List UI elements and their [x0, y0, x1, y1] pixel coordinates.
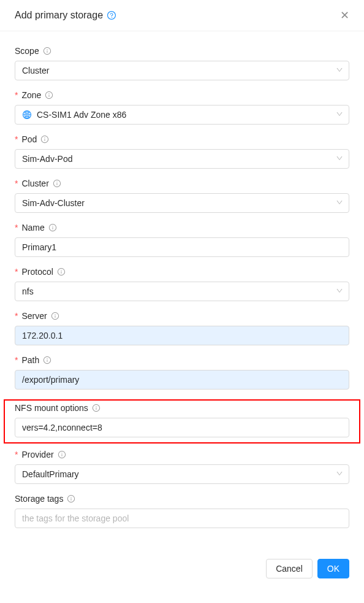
select-scope[interactable]: Cluster [15, 61, 349, 80]
info-icon[interactable] [45, 91, 53, 99]
field-zone: * Zone CS-SIM1 Adv Zone x86 [15, 90, 349, 125]
info-icon[interactable] [92, 404, 100, 412]
ok-button[interactable]: OK [317, 559, 349, 578]
input-name[interactable] [15, 237, 349, 257]
label-zone: * Zone [15, 90, 349, 100]
info-icon[interactable] [57, 267, 66, 276]
label-server: * Server [15, 311, 349, 321]
label-storage-tags: Storage tags [15, 494, 349, 504]
cancel-button[interactable]: Cancel [266, 559, 313, 578]
required-mark: * [15, 355, 18, 365]
label-provider: * Provider [15, 450, 349, 459]
close-button[interactable]: ✕ [340, 10, 349, 21]
info-icon[interactable] [53, 179, 61, 188]
modal-header: Add primary storage ✕ [0, 0, 364, 31]
label-cluster: * Cluster [15, 179, 349, 188]
label-scope: Scope [15, 46, 349, 56]
field-scope: Scope Cluster [15, 46, 349, 80]
title-text: Add primary storage [15, 10, 103, 21]
select-cluster[interactable]: Sim-Adv-Cluster [15, 193, 349, 213]
info-icon[interactable] [58, 450, 66, 459]
field-storage-tags: Storage tags [15, 494, 349, 528]
select-protocol[interactable]: nfs [15, 282, 349, 301]
input-storage-tags[interactable] [15, 509, 349, 528]
required-mark: * [15, 223, 18, 232]
label-path: * Path [15, 355, 349, 365]
modal-title: Add primary storage [15, 10, 116, 21]
label-name: * Name [15, 223, 349, 232]
field-server: * Server [15, 311, 349, 345]
close-icon: ✕ [340, 9, 349, 21]
label-pod: * Pod [15, 134, 349, 144]
label-nfs-mount: NFS mount options [15, 403, 349, 413]
required-mark: * [15, 179, 18, 188]
help-icon[interactable] [107, 10, 116, 20]
required-mark: * [15, 134, 18, 144]
input-path[interactable] [15, 370, 349, 390]
field-cluster: * Cluster Sim-Adv-Cluster [15, 179, 349, 213]
info-icon[interactable] [67, 494, 75, 503]
info-icon[interactable] [48, 223, 57, 232]
field-pod: * Pod Sim-Adv-Pod [15, 134, 349, 169]
info-icon[interactable] [51, 312, 59, 320]
info-icon[interactable] [40, 135, 49, 144]
label-protocol: * Protocol [15, 267, 349, 277]
select-provider[interactable]: DefaultPrimary [15, 464, 349, 484]
input-nfs-mount[interactable] [15, 418, 349, 437]
info-icon[interactable] [43, 47, 51, 55]
field-protocol: * Protocol nfs [15, 267, 349, 301]
modal-footer: Cancel OK [0, 553, 364, 588]
globe-icon [22, 110, 32, 120]
required-mark: * [15, 311, 18, 321]
info-icon[interactable] [43, 356, 51, 364]
highlight-nfs-mount: NFS mount options [4, 399, 360, 444]
field-provider: * Provider DefaultPrimary [15, 450, 349, 484]
select-zone[interactable]: CS-SIM1 Adv Zone x86 [15, 105, 349, 125]
field-name: * Name [15, 223, 349, 257]
required-mark: * [15, 90, 18, 100]
input-server[interactable] [15, 326, 349, 345]
required-mark: * [15, 267, 18, 277]
modal-body: Scope Cluster * Zone CS-SIM1 [0, 31, 364, 553]
required-mark: * [15, 450, 18, 459]
field-nfs-mount: NFS mount options [15, 403, 349, 437]
select-pod[interactable]: Sim-Adv-Pod [15, 149, 349, 169]
field-path: * Path [15, 355, 349, 390]
